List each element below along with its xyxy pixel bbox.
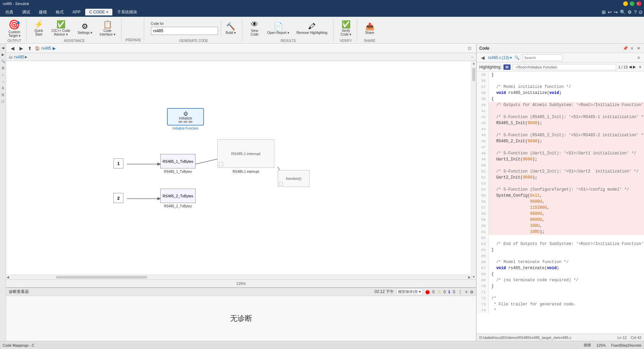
diag-detach-button[interactable]: ⧉ — [470, 290, 473, 294]
toolbar-right-icon6[interactable]: ? — [634, 9, 637, 15]
view-code-button[interactable]: 👁 ViewCode — [246, 18, 263, 38]
menu-item-debug[interactable]: 调试 — [18, 8, 34, 16]
nav-forward-button[interactable]: ▶ — [17, 45, 25, 52]
function-block[interactable]: ⬝ function() — [278, 170, 310, 187]
minimize-button[interactable]: − — [623, 1, 628, 6]
sidebar-icon-5[interactable]: ↔ — [0, 72, 6, 77]
menu-item-app[interactable]: APP — [68, 9, 85, 15]
build-button[interactable]: 🔨 Build ▾ — [222, 18, 239, 38]
canvas-container: ◀ ▶ ⬆ 🏠 rs485 ▶ ⊡ 🗂 rs485 ▶ ━ — [6, 44, 476, 341]
prepare-section-label: PREPARE — [125, 38, 141, 42]
menu-item-simulate[interactable]: 仿真 — [1, 8, 17, 16]
sidebar-icon-3[interactable]: 🔍 — [0, 58, 6, 64]
sidebar-icon-2[interactable]: ▶ — [0, 52, 6, 57]
interrupt-small-icon: ⬝ — [219, 162, 223, 166]
remove-highlighting-button[interactable]: 🖍 Remove Highlighting — [293, 18, 330, 38]
code-collapse-icon[interactable]: ≡ — [636, 55, 641, 60]
code-interface-button[interactable]: 📋 CodeInterface ▾ — [97, 18, 118, 38]
rs485-1-txbytes-block[interactable]: RS485_1_TxBytes RS485_1_TxBytes — [160, 154, 196, 168]
rs485-1-interrupt-block[interactable]: ⬝ RS485-1 interrupt RS485-1 interrupt — [217, 139, 274, 168]
code-nav-back-button[interactable]: ◀ — [479, 54, 486, 61]
open-report-icon: 📄 — [274, 22, 283, 31]
menu-item-ccode[interactable]: C CODE × — [85, 9, 112, 15]
panel-close-icon[interactable]: × — [636, 46, 641, 51]
settings-button[interactable]: ⚙ Settings ▾ — [74, 18, 95, 38]
code-line-54: 54 /* S-Function (ConfigureTarget): '<S1… — [477, 187, 644, 193]
sidebar-icon-7[interactable]: A — [0, 85, 6, 91]
toolbar-right-icon5[interactable]: ⚙ — [628, 9, 632, 15]
maximize-button[interactable]: □ — [630, 1, 635, 6]
line-number: 50 — [477, 162, 489, 168]
scrollbar-left-arrow[interactable]: ◀ — [6, 276, 10, 279]
code-line-39: 39{ — [477, 96, 644, 102]
canvas-collapse-button[interactable]: ⊡ — [466, 45, 473, 52]
nav-up-button[interactable]: ⬆ — [26, 45, 34, 52]
number1-block[interactable]: 1 — [113, 158, 123, 168]
panel-pin-icon[interactable]: 📌 — [623, 46, 628, 51]
diag-close-button[interactable]: × — [465, 290, 468, 294]
code-content[interactable]: 35}3637 /* Model initialize function */3… — [477, 72, 644, 334]
nav-back-button[interactable]: ◀ — [9, 45, 16, 52]
scrollbar-thumb[interactable] — [472, 68, 475, 81]
highlight-bar: Highlighting: M <Root>/Initialize Functi… — [477, 62, 644, 72]
sidebar-icon-4[interactable]: ⊞ — [0, 65, 6, 70]
scrollbar-up-arrow[interactable]: ▲ — [472, 62, 475, 65]
menu-item-subsystem[interactable]: 子系统模块 — [113, 8, 141, 16]
line-code-text: 9600U, — [489, 199, 544, 205]
toolbar-right-icon2[interactable]: ↩ — [608, 9, 612, 15]
code-for-input[interactable] — [151, 27, 218, 35]
highlight-prev-button[interactable]: ◀ — [629, 65, 632, 69]
code-panel-right-controls: ≡ — [636, 55, 641, 60]
line-number: 58 — [477, 211, 489, 217]
code-search-input[interactable] — [523, 54, 563, 61]
diag-save[interactable]: 模型保存(存 ▾ — [396, 289, 423, 295]
diagnostic-panel: 诊断查看器 02:12 下午 模型保存(存 ▾ ⬤ 0 ⚠ 0 ℹ 0 ⋮ × … — [6, 287, 476, 341]
initialize-function-block[interactable]: ⏻ initialize Initialize Function — [167, 108, 204, 126]
h-scrollbar-thumb[interactable] — [56, 276, 147, 279]
breadcrumb[interactable]: 🏠 rs485 ▶ — [35, 46, 56, 51]
left-sidebar: ◀ ▶ 🔍 ⊞ ↔ → A ☰ ☐ — [0, 44, 6, 341]
line-number: 54 — [477, 187, 489, 193]
verify-code-button[interactable]: ✅ VerifyCode ▾ — [337, 18, 354, 38]
close-button[interactable]: × — [637, 1, 641, 6]
highlight-tag: M — [503, 64, 511, 70]
toolbar-right-icon4[interactable]: 🔍 — [620, 9, 626, 15]
rs485-2-txbytes-block[interactable]: RS485_2_TxBytes RS485_2_TxBytes — [160, 189, 196, 203]
tx1-label: RS485_1_TxBytes — [161, 170, 195, 173]
canvas-draw[interactable]: ⏻ initialize Initialize Function 1 2 RS4… — [6, 61, 476, 279]
menu-item-format[interactable]: 格式 — [52, 8, 68, 16]
sidebar-icon-9[interactable]: ☐ — [0, 99, 6, 104]
line-number: 66 — [477, 259, 489, 265]
toolbar-right-icon7[interactable]: ⊙ — [639, 9, 643, 15]
line-number: 67 — [477, 265, 489, 271]
toolbar-right-icon3[interactable]: ↪ — [614, 9, 618, 15]
highlight-close-button[interactable]: × — [639, 65, 641, 69]
highlight-path[interactable]: <Root>/Initialize Function — [513, 64, 616, 70]
code-line-51: 51 /* S-Function (Uart2_Init): '<S1>/Uar… — [477, 168, 644, 174]
panel-options-icon[interactable]: ≡ — [629, 46, 635, 51]
diag-error-count: 0 — [432, 290, 435, 294]
nav-path-rs485[interactable]: rs485 — [14, 55, 24, 59]
toolbar-right-icon1[interactable]: ⊞ — [602, 9, 606, 15]
code-advisor-button[interactable]: ✅ C/C++ CodeAdvisor ▾ — [49, 18, 73, 38]
quick-start-button[interactable]: ⚡ QuickStart — [31, 18, 47, 38]
sidebar-icon-6[interactable]: → — [0, 79, 6, 84]
custom-target-button[interactable]: 🎯 CustomTarget ▾ — [5, 18, 23, 38]
open-report-button[interactable]: 📄 Open Report ▾ — [264, 18, 292, 38]
highlight-next-button[interactable]: ▶ — [633, 65, 636, 69]
share-button[interactable]: 📤 Share — [361, 18, 378, 38]
menu-item-model[interactable]: 建模 — [35, 8, 51, 16]
sidebar-icon-1[interactable]: ◀ — [0, 45, 6, 50]
view-code-icon: 👁 — [251, 20, 258, 29]
number2-block[interactable]: 2 — [113, 193, 123, 203]
line-code-text: System_Config(0x11, — [489, 193, 542, 199]
code-file-count: (13) — [502, 55, 509, 60]
sidebar-icon-8[interactable]: ☰ — [0, 92, 6, 97]
breadcrumb-item-rs485[interactable]: rs485 — [41, 46, 51, 51]
canvas-right-scrollbar[interactable]: ▲ ▼ — [471, 61, 476, 279]
scrollbar-down-arrow[interactable]: ▼ — [472, 275, 475, 279]
diag-menu-button[interactable]: ⋮ — [458, 289, 463, 295]
code-file-select[interactable]: rs485.c (13) ▾ — [488, 55, 512, 60]
canvas-bottom-scrollbar[interactable]: ◀ ▶ — [6, 275, 471, 279]
scrollbar-right-arrow[interactable]: ▶ — [468, 276, 471, 279]
